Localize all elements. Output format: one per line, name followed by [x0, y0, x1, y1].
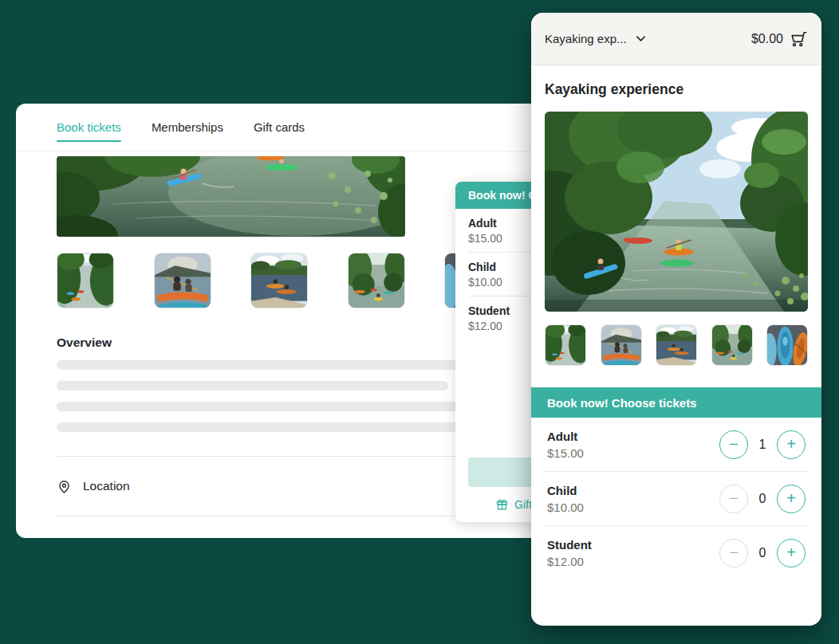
gallery-thumbnails — [57, 253, 502, 308]
cart-total: $0.00 — [751, 32, 783, 46]
section-divider — [57, 516, 502, 516]
ticket-price: $12.00 — [547, 555, 592, 568]
skeleton-line — [57, 360, 502, 370]
ticket-name: Student — [547, 538, 592, 552]
decrease-quantity-button[interactable]: − — [719, 430, 748, 459]
decrease-quantity-button[interactable]: − — [719, 485, 748, 513]
quantity-stepper: − 0 + — [719, 485, 806, 513]
skeleton-line — [57, 381, 448, 391]
tab-gift-cards[interactable]: Gift cards — [254, 104, 305, 151]
quantity-stepper: − 0 + — [719, 539, 806, 567]
ticket-row-child: Child $10.00 − 0 + — [545, 472, 808, 526]
ticket-row-student: Student $12.00 − 0 + — [545, 526, 808, 580]
location-label: Location — [83, 479, 130, 493]
quantity-stepper: − 1 + — [719, 430, 806, 459]
page-background: Book tickets Memberships Gift cards Over… — [0, 0, 839, 644]
experience-title: Kayaking experience — [545, 81, 808, 98]
booking-widget-panel: Kayaking exp... $0.00 Kayaking experienc… — [531, 13, 821, 626]
ticket-price: $15.00 — [547, 446, 584, 460]
overview-skeleton — [57, 360, 502, 432]
kayak-river-photo — [545, 112, 808, 312]
gift-icon — [495, 497, 509, 511]
thumbnail-river[interactable] — [57, 253, 114, 308]
widget-header: Kayaking exp... $0.00 — [531, 13, 821, 65]
chevron-down-icon — [635, 33, 647, 45]
increase-quantity-button[interactable]: + — [777, 539, 806, 567]
ticket-row-adult: Adult $15.00 − 1 + — [545, 418, 808, 472]
thumbnail-paddlers[interactable] — [601, 324, 642, 366]
book-now-banner: Book now! Choose tickets — [531, 387, 821, 418]
experience-main-photo[interactable] — [545, 112, 808, 312]
thumbnail-river[interactable] — [545, 324, 586, 366]
location-pin-icon — [57, 479, 72, 494]
ticket-price: $10.00 — [547, 501, 584, 514]
experience-selector[interactable]: Kayaking exp... — [545, 32, 647, 45]
thumbnail-lake[interactable] — [250, 253, 308, 308]
shopping-cart-icon — [790, 30, 808, 48]
decrease-quantity-button[interactable]: − — [719, 539, 748, 567]
thumbnail-group[interactable] — [348, 253, 405, 308]
tab-bar: Book tickets Memberships Gift cards — [16, 104, 542, 151]
gallery-main-photo[interactable] — [57, 156, 405, 237]
thumbnail-kayaks[interactable] — [766, 324, 808, 366]
thumbnail-lake[interactable] — [656, 324, 697, 366]
experience-thumbnails — [545, 324, 808, 366]
skeleton-line — [57, 422, 462, 432]
kayak-river-photo — [57, 156, 405, 237]
thumbnail-group[interactable] — [711, 324, 753, 366]
tab-book-tickets[interactable]: Book tickets — [57, 104, 121, 151]
quantity-value: 1 — [752, 438, 773, 452]
tab-memberships[interactable]: Memberships — [152, 104, 223, 151]
skeleton-line — [57, 402, 502, 411]
quantity-value: 0 — [752, 546, 773, 560]
thumbnail-paddlers[interactable] — [154, 253, 211, 308]
location-accordion[interactable]: Location — [57, 457, 502, 516]
increase-quantity-button[interactable]: + — [777, 485, 806, 513]
ticket-name: Adult — [547, 430, 584, 443]
increase-quantity-button[interactable]: + — [777, 430, 806, 459]
gift-link-label: Gift — [514, 498, 532, 511]
overview-heading: Overview — [57, 336, 502, 350]
ticket-name: Child — [547, 484, 584, 497]
cart-button[interactable]: $0.00 — [751, 30, 808, 48]
experience-selector-label: Kayaking exp... — [545, 32, 627, 45]
quantity-value: 0 — [752, 492, 773, 506]
